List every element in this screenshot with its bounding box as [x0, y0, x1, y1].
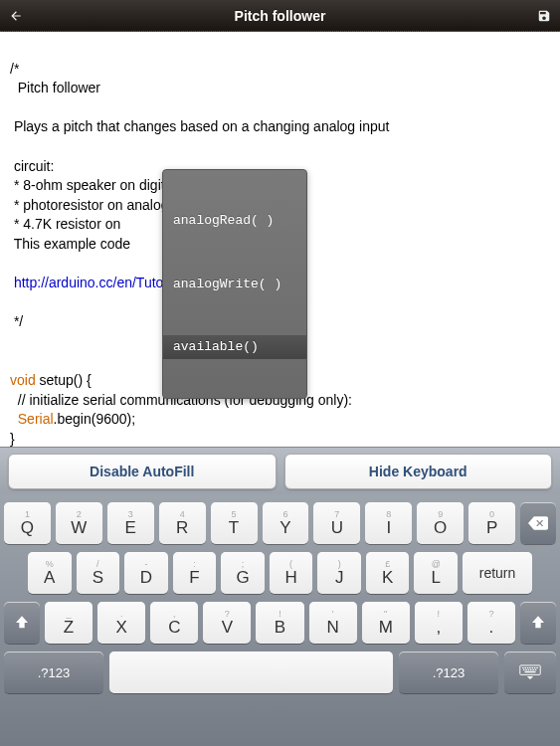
code-line: circuit: — [10, 158, 54, 174]
key-numeric-left[interactable]: .?123 — [4, 652, 103, 693]
save-button[interactable] — [534, 6, 554, 26]
key-return[interactable]: return — [463, 552, 532, 594]
key-y[interactable]: 6Y — [263, 502, 309, 544]
key-backspace[interactable] — [520, 502, 556, 544]
code-line: /* — [10, 61, 19, 77]
svg-rect-10 — [528, 669, 530, 670]
svg-rect-4 — [529, 667, 531, 668]
key-a[interactable]: %A — [28, 552, 72, 594]
key-v[interactable]: ?V — [203, 602, 251, 644]
key-i[interactable]: 8I — [365, 502, 412, 544]
key-u[interactable]: 7U — [313, 502, 360, 544]
hide-keyboard-button[interactable]: Hide Keyboard — [284, 454, 553, 489]
key-n[interactable]: 'N — [309, 602, 357, 644]
autocomplete-item[interactable]: analogWrite( ) — [163, 273, 306, 296]
key-period[interactable]: ?. — [467, 602, 515, 644]
key-k[interactable]: £K — [366, 552, 410, 594]
key-j[interactable]: )J — [317, 552, 361, 594]
key-shift-right[interactable] — [520, 602, 556, 644]
key-o[interactable]: 9O — [417, 502, 464, 544]
svg-rect-11 — [530, 669, 532, 670]
key-shift-left[interactable] — [4, 602, 40, 644]
key-e[interactable]: 3E — [107, 502, 154, 544]
svg-rect-1 — [522, 667, 524, 668]
autocomplete-popup: analogRead( ) analogWrite( ) available() — [162, 169, 307, 399]
key-m[interactable]: "M — [362, 602, 410, 644]
key-d[interactable]: -D — [124, 552, 168, 594]
key-c[interactable]: ,C — [150, 602, 198, 644]
key-x[interactable]: .X — [97, 602, 145, 644]
page-title: Pitch follower — [235, 8, 326, 24]
autocomplete-item[interactable]: available() — [163, 335, 306, 359]
key-q[interactable]: 1Q — [4, 502, 51, 544]
svg-rect-8 — [523, 669, 525, 670]
key-t[interactable]: 5T — [211, 502, 258, 544]
keyboard-toolbar: Disable AutoFill Hide Keyboard — [0, 447, 560, 494]
code-line: } — [10, 431, 15, 447]
back-button[interactable] — [6, 6, 26, 26]
key-w[interactable]: 2W — [56, 502, 102, 544]
key-h[interactable]: (H — [270, 552, 313, 594]
key-b[interactable]: !B — [256, 602, 303, 644]
virtual-keyboard: 1Q2W3E4R5T6Y7U8I9O0P %A/S-D:F;G(H)J£K@Lr… — [0, 494, 560, 746]
key-l[interactable]: @L — [414, 552, 458, 594]
key-g[interactable]: ;G — [221, 552, 265, 594]
svg-rect-6 — [534, 667, 536, 668]
key-z[interactable]: _Z — [45, 602, 93, 644]
svg-rect-9 — [525, 669, 527, 670]
disable-autofill-button[interactable]: Disable AutoFill — [8, 454, 277, 489]
code-line: void setup() { — [10, 372, 92, 388]
svg-rect-7 — [536, 667, 538, 668]
svg-rect-13 — [535, 669, 537, 670]
svg-rect-14 — [525, 671, 536, 672]
key-s[interactable]: /S — [77, 552, 120, 594]
key-f[interactable]: :F — [173, 552, 217, 594]
svg-rect-2 — [525, 667, 527, 668]
code-line: Plays a pitch that changes based on a ch… — [10, 118, 389, 134]
svg-rect-3 — [527, 667, 529, 668]
code-line: Pitch follower — [10, 80, 100, 95]
code-line: */ — [10, 313, 23, 329]
autocomplete-item[interactable]: analogRead( ) — [163, 209, 306, 233]
key-hide-keyboard[interactable] — [504, 652, 556, 693]
code-editor[interactable]: /* Pitch follower Plays a pitch that cha… — [0, 32, 560, 460]
svg-rect-12 — [532, 669, 534, 670]
code-line: * 4.7K resistor on — [10, 216, 124, 232]
code-line: Serial.begin(9600); — [10, 411, 135, 427]
svg-rect-5 — [532, 667, 534, 668]
key-comma[interactable]: !, — [415, 602, 463, 644]
key-space[interactable] — [109, 652, 393, 693]
key-r[interactable]: 4R — [159, 502, 206, 544]
header-bar: Pitch follower — [0, 0, 560, 32]
key-numeric-right[interactable]: .?123 — [399, 652, 498, 693]
key-p[interactable]: 0P — [468, 502, 515, 544]
